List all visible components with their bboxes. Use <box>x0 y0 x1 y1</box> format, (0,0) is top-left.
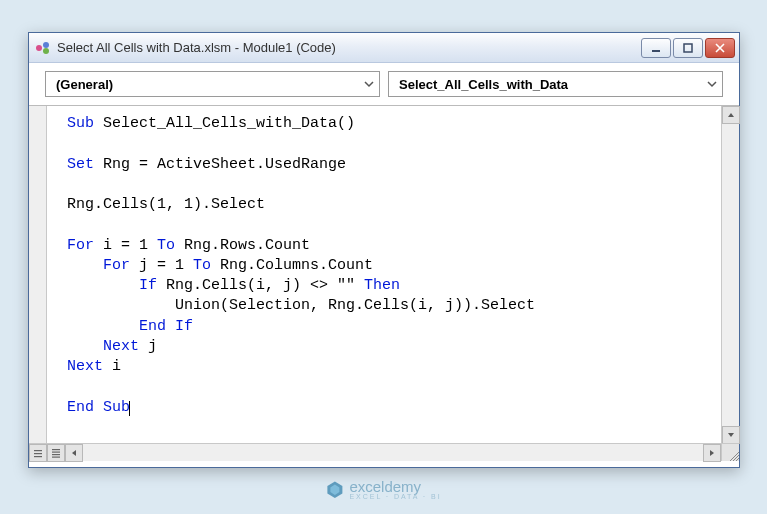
svg-rect-10 <box>52 454 60 455</box>
svg-marker-12 <box>327 482 342 499</box>
svg-rect-11 <box>52 457 60 458</box>
procedure-dropdown[interactable]: Select_All_Cells_with_Data <box>388 71 723 97</box>
watermark-brand: exceldemy <box>349 478 441 495</box>
watermark-tagline: EXCEL · DATA · BI <box>349 493 441 500</box>
app-icon <box>35 40 51 56</box>
scroll-left-arrow-icon[interactable] <box>65 444 83 462</box>
text-cursor <box>129 401 130 416</box>
window-buttons <box>641 38 735 58</box>
dropdown-row: (General) Select_All_Cells_with_Data <box>29 63 739 105</box>
svg-rect-7 <box>34 456 42 457</box>
svg-rect-3 <box>652 50 660 52</box>
svg-rect-9 <box>52 452 60 453</box>
maximize-button[interactable] <box>673 38 703 58</box>
svg-rect-5 <box>34 450 42 451</box>
svg-rect-8 <box>52 449 60 450</box>
procedure-view-button[interactable] <box>29 444 47 462</box>
window-title: Select All Cells with Data.xlsm - Module… <box>57 40 641 55</box>
scroll-up-arrow-icon[interactable] <box>722 106 740 124</box>
scrollbar-track[interactable] <box>722 124 739 426</box>
code-editor[interactable]: Sub Select_All_Cells_with_Data() Set Rng… <box>47 106 721 443</box>
scroll-down-arrow-icon[interactable] <box>722 426 740 444</box>
svg-marker-13 <box>330 485 339 496</box>
svg-point-0 <box>36 45 42 51</box>
svg-rect-6 <box>34 453 42 454</box>
close-button[interactable] <box>705 38 735 58</box>
svg-point-2 <box>43 48 49 54</box>
minimize-button[interactable] <box>641 38 671 58</box>
object-dropdown-label: (General) <box>56 77 113 92</box>
vertical-scrollbar[interactable] <box>721 106 739 444</box>
code-area-wrap: Sub Select_All_Cells_with_Data() Set Rng… <box>29 105 739 461</box>
full-module-view-button[interactable] <box>47 444 65 462</box>
code-window: Select All Cells with Data.xlsm - Module… <box>28 32 740 468</box>
svg-point-1 <box>43 42 49 48</box>
resize-corner[interactable] <box>721 444 739 461</box>
watermark-logo-icon <box>325 480 343 498</box>
chevron-down-icon <box>363 78 375 90</box>
object-dropdown[interactable]: (General) <box>45 71 380 97</box>
procedure-dropdown-label: Select_All_Cells_with_Data <box>399 77 568 92</box>
svg-rect-4 <box>684 44 692 52</box>
titlebar: Select All Cells with Data.xlsm - Module… <box>29 33 739 63</box>
watermark: exceldemy EXCEL · DATA · BI <box>325 478 441 500</box>
scroll-right-arrow-icon[interactable] <box>703 444 721 462</box>
margin-indicator-bar <box>29 106 47 444</box>
horizontal-scrollbar[interactable] <box>29 443 739 461</box>
chevron-down-icon <box>706 78 718 90</box>
scrollbar-track[interactable] <box>83 444 703 461</box>
